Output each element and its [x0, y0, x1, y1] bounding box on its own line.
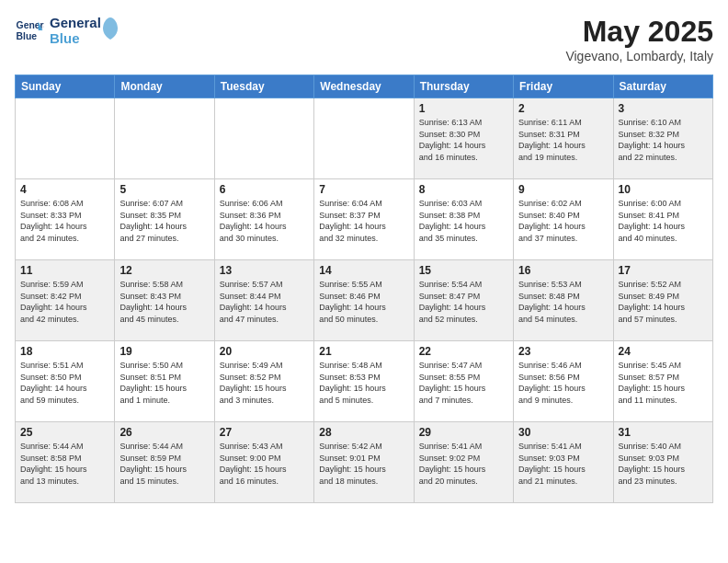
day-number: 26: [119, 426, 209, 439]
weekday-header-row: SundayMondayTuesdayWednesdayThursdayFrid…: [16, 75, 713, 98]
day-number: 11: [20, 264, 109, 277]
day-info: Sunrise: 5:44 AM Sunset: 8:58 PM Dayligh…: [20, 441, 109, 487]
calendar-cell: 23Sunrise: 5:46 AM Sunset: 8:56 PM Dayli…: [514, 341, 613, 422]
day-number: 2: [518, 102, 608, 115]
day-info: Sunrise: 5:57 AM Sunset: 8:44 PM Dayligh…: [220, 279, 309, 325]
day-number: 17: [619, 264, 708, 277]
day-info: Sunrise: 5:53 AM Sunset: 8:48 PM Dayligh…: [518, 279, 608, 325]
calendar-cell: 21Sunrise: 5:48 AM Sunset: 8:53 PM Dayli…: [314, 341, 414, 422]
day-number: 10: [619, 183, 708, 196]
calendar-cell: [314, 98, 414, 179]
calendar-cell: 4Sunrise: 6:08 AM Sunset: 8:33 PM Daylig…: [16, 179, 115, 260]
day-info: Sunrise: 5:46 AM Sunset: 8:56 PM Dayligh…: [518, 360, 608, 406]
day-info: Sunrise: 5:58 AM Sunset: 8:43 PM Dayligh…: [119, 279, 209, 325]
day-number: 28: [319, 426, 408, 439]
day-number: 7: [319, 183, 408, 196]
day-number: 15: [419, 264, 508, 277]
day-number: 23: [518, 345, 608, 358]
day-info: Sunrise: 5:59 AM Sunset: 8:42 PM Dayligh…: [20, 279, 109, 325]
logo: General Blue General Blue: [15, 15, 119, 47]
day-number: 9: [518, 183, 608, 196]
day-number: 1: [419, 102, 508, 115]
day-info: Sunrise: 5:55 AM Sunset: 8:46 PM Dayligh…: [319, 279, 408, 325]
logo-wave-icon: [101, 16, 119, 41]
day-number: 4: [20, 183, 109, 196]
logo-line2: Blue: [50, 30, 101, 46]
day-number: 29: [419, 426, 508, 439]
day-number: 21: [319, 345, 408, 358]
calendar-cell: [115, 98, 214, 179]
calendar-cell: 29Sunrise: 5:41 AM Sunset: 9:02 PM Dayli…: [414, 422, 513, 503]
weekday-header-tuesday: Tuesday: [214, 75, 313, 98]
day-number: 27: [220, 426, 309, 439]
day-number: 31: [619, 426, 708, 439]
day-info: Sunrise: 6:13 AM Sunset: 8:30 PM Dayligh…: [419, 117, 508, 163]
day-info: Sunrise: 5:47 AM Sunset: 8:55 PM Dayligh…: [419, 360, 508, 406]
calendar-cell: 3Sunrise: 6:10 AM Sunset: 8:32 PM Daylig…: [613, 98, 712, 179]
day-number: 5: [119, 183, 209, 196]
week-row-5: 25Sunrise: 5:44 AM Sunset: 8:58 PM Dayli…: [16, 422, 713, 503]
svg-text:Blue: Blue: [17, 31, 38, 41]
calendar-cell: 13Sunrise: 5:57 AM Sunset: 8:44 PM Dayli…: [214, 260, 313, 341]
calendar-cell: 14Sunrise: 5:55 AM Sunset: 8:46 PM Dayli…: [314, 260, 414, 341]
location: Vigevano, Lombardy, Italy: [565, 49, 713, 63]
calendar-cell: 9Sunrise: 6:02 AM Sunset: 8:40 PM Daylig…: [514, 179, 613, 260]
calendar-cell: 10Sunrise: 6:00 AM Sunset: 8:41 PM Dayli…: [613, 179, 712, 260]
weekday-header-thursday: Thursday: [414, 75, 513, 98]
calendar-cell: 12Sunrise: 5:58 AM Sunset: 8:43 PM Dayli…: [115, 260, 214, 341]
calendar-cell: 22Sunrise: 5:47 AM Sunset: 8:55 PM Dayli…: [414, 341, 513, 422]
day-info: Sunrise: 5:49 AM Sunset: 8:52 PM Dayligh…: [220, 360, 309, 406]
day-info: Sunrise: 5:40 AM Sunset: 9:03 PM Dayligh…: [619, 441, 708, 487]
day-info: Sunrise: 6:06 AM Sunset: 8:36 PM Dayligh…: [220, 198, 309, 244]
weekday-header-monday: Monday: [115, 75, 214, 98]
weekday-header-wednesday: Wednesday: [314, 75, 414, 98]
calendar-cell: 31Sunrise: 5:40 AM Sunset: 9:03 PM Dayli…: [613, 422, 712, 503]
calendar-cell: 7Sunrise: 6:04 AM Sunset: 8:37 PM Daylig…: [314, 179, 414, 260]
day-info: Sunrise: 5:54 AM Sunset: 8:47 PM Dayligh…: [419, 279, 508, 325]
week-row-4: 18Sunrise: 5:51 AM Sunset: 8:50 PM Dayli…: [16, 341, 713, 422]
day-info: Sunrise: 6:04 AM Sunset: 8:37 PM Dayligh…: [319, 198, 408, 244]
day-number: 16: [518, 264, 608, 277]
calendar-cell: [16, 98, 115, 179]
day-info: Sunrise: 5:51 AM Sunset: 8:50 PM Dayligh…: [20, 360, 109, 406]
calendar-cell: 24Sunrise: 5:45 AM Sunset: 8:57 PM Dayli…: [613, 341, 712, 422]
day-number: 20: [220, 345, 309, 358]
day-info: Sunrise: 6:08 AM Sunset: 8:33 PM Dayligh…: [20, 198, 109, 244]
week-row-2: 4Sunrise: 6:08 AM Sunset: 8:33 PM Daylig…: [16, 179, 713, 260]
day-number: 14: [319, 264, 408, 277]
calendar-cell: 28Sunrise: 5:42 AM Sunset: 9:01 PM Dayli…: [314, 422, 414, 503]
page-header: General Blue General Blue May 2025 Vigev…: [15, 15, 713, 63]
weekday-header-saturday: Saturday: [613, 75, 712, 98]
day-info: Sunrise: 6:07 AM Sunset: 8:35 PM Dayligh…: [119, 198, 209, 244]
calendar-cell: 8Sunrise: 6:03 AM Sunset: 8:38 PM Daylig…: [414, 179, 513, 260]
week-row-3: 11Sunrise: 5:59 AM Sunset: 8:42 PM Dayli…: [16, 260, 713, 341]
day-info: Sunrise: 6:11 AM Sunset: 8:31 PM Dayligh…: [518, 117, 608, 163]
day-info: Sunrise: 5:48 AM Sunset: 8:53 PM Dayligh…: [319, 360, 408, 406]
calendar-cell: 2Sunrise: 6:11 AM Sunset: 8:31 PM Daylig…: [514, 98, 613, 179]
calendar-cell: 5Sunrise: 6:07 AM Sunset: 8:35 PM Daylig…: [115, 179, 214, 260]
day-number: 24: [619, 345, 708, 358]
month-title: May 2025: [565, 15, 713, 49]
calendar-cell: 6Sunrise: 6:06 AM Sunset: 8:36 PM Daylig…: [214, 179, 313, 260]
day-number: 3: [619, 102, 708, 115]
day-info: Sunrise: 6:02 AM Sunset: 8:40 PM Dayligh…: [518, 198, 608, 244]
calendar-cell: 27Sunrise: 5:43 AM Sunset: 9:00 PM Dayli…: [214, 422, 313, 503]
day-info: Sunrise: 6:00 AM Sunset: 8:41 PM Dayligh…: [619, 198, 708, 244]
week-row-1: 1Sunrise: 6:13 AM Sunset: 8:30 PM Daylig…: [16, 98, 713, 179]
calendar-cell: 18Sunrise: 5:51 AM Sunset: 8:50 PM Dayli…: [16, 341, 115, 422]
day-number: 22: [419, 345, 508, 358]
day-info: Sunrise: 6:03 AM Sunset: 8:38 PM Dayligh…: [419, 198, 508, 244]
day-info: Sunrise: 5:43 AM Sunset: 9:00 PM Dayligh…: [220, 441, 309, 487]
logo-line1: General: [50, 15, 101, 30]
calendar-cell: 26Sunrise: 5:44 AM Sunset: 8:59 PM Dayli…: [115, 422, 214, 503]
day-info: Sunrise: 5:50 AM Sunset: 8:51 PM Dayligh…: [119, 360, 209, 406]
day-number: 30: [518, 426, 608, 439]
day-info: Sunrise: 5:45 AM Sunset: 8:57 PM Dayligh…: [619, 360, 708, 406]
calendar-cell: 1Sunrise: 6:13 AM Sunset: 8:30 PM Daylig…: [414, 98, 513, 179]
day-info: Sunrise: 6:10 AM Sunset: 8:32 PM Dayligh…: [619, 117, 708, 163]
calendar-cell: 11Sunrise: 5:59 AM Sunset: 8:42 PM Dayli…: [16, 260, 115, 341]
day-number: 19: [119, 345, 209, 358]
calendar-cell: 16Sunrise: 5:53 AM Sunset: 8:48 PM Dayli…: [514, 260, 613, 341]
weekday-header-friday: Friday: [514, 75, 613, 98]
calendar-cell: 25Sunrise: 5:44 AM Sunset: 8:58 PM Dayli…: [16, 422, 115, 503]
